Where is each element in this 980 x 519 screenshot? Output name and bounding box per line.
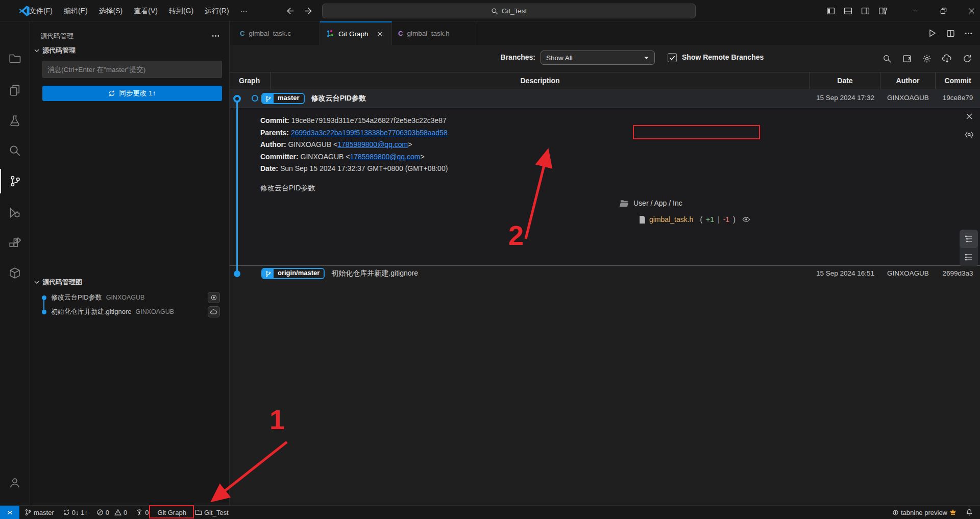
- scm-commit-message: 初始化仓库并新建.gitignore: [51, 307, 131, 316]
- file-tree-file-row[interactable]: gimbal_task.h ( +1 | -1 ): [633, 212, 760, 227]
- more-actions-icon[interactable]: [211, 32, 220, 40]
- search-value: Git_Test: [502, 7, 527, 15]
- sync-changes-button[interactable]: 同步更改 1↑: [42, 86, 222, 101]
- workspace-status-item[interactable]: Git_Test: [194, 506, 230, 519]
- commit-message: 初始化仓库并新建.gitignore: [331, 269, 418, 278]
- column-date: Date: [810, 72, 880, 90]
- ports-status-item[interactable]: 0: [135, 506, 150, 519]
- menu-file[interactable]: 文件(F): [23, 4, 58, 18]
- branch-badge-origin-master[interactable]: origin/master: [261, 268, 325, 279]
- search-sidebar-icon[interactable]: [0, 138, 30, 163]
- scm-graph-row-1[interactable]: 修改云台PID参数 GINXOAGUB: [30, 290, 230, 305]
- nav-forward-icon[interactable]: [302, 4, 316, 17]
- extensions-icon[interactable]: [0, 231, 30, 256]
- tab-git-graph[interactable]: Git Graph: [320, 21, 392, 45]
- tree-view-icon[interactable]: [960, 230, 978, 248]
- settings-icon[interactable]: [922, 54, 932, 63]
- tabnine-status-item[interactable]: tabnine preview: [891, 506, 958, 519]
- menu-view[interactable]: 查看(V): [128, 4, 163, 18]
- graph-commit-node-2[interactable]: [234, 270, 240, 277]
- sync-button-label: 同步更改 1↑: [119, 89, 156, 98]
- error-icon: [96, 509, 104, 516]
- checkout-target-icon[interactable]: [208, 292, 220, 303]
- search-icon: [491, 8, 498, 15]
- file-tree-folder[interactable]: User / App / Inc: [620, 199, 682, 207]
- find-icon[interactable]: [883, 54, 892, 63]
- problems-status-item[interactable]: 0 0: [95, 506, 128, 519]
- committer-email-link[interactable]: 1785989800@qq.com: [350, 153, 420, 161]
- source-control-icon[interactable]: [0, 169, 30, 193]
- terminal-icon[interactable]: [902, 54, 912, 63]
- commit-row-master[interactable]: master 修改云台PID参数 15 Sep 2024 17:32 GINXO…: [230, 89, 980, 108]
- package-icon[interactable]: [0, 261, 30, 285]
- split-editor-icon[interactable]: [946, 29, 955, 38]
- list-view-icon[interactable]: [960, 248, 978, 266]
- git-graph-status-item[interactable]: Git Graph: [157, 506, 187, 519]
- command-center-search[interactable]: Git_Test: [322, 4, 696, 18]
- graph-branch-line: [236, 98, 238, 274]
- branch-name: master: [274, 93, 304, 104]
- remote-indicator[interactable]: [0, 506, 19, 519]
- close-details-icon[interactable]: [963, 110, 975, 122]
- files-icon[interactable]: [0, 78, 30, 103]
- toggle-secondary-sidebar-icon[interactable]: [856, 0, 874, 21]
- customize-layout-icon[interactable]: [874, 0, 891, 21]
- parent-hash-link[interactable]: 2699d3a3c22ba199f513838be7706303b58aad58: [291, 129, 448, 137]
- scm-section-header[interactable]: 源代码管理: [33, 46, 76, 55]
- branch-status-item[interactable]: master: [23, 506, 55, 519]
- beaker-icon[interactable]: [0, 109, 30, 133]
- toggle-panel-icon[interactable]: [839, 0, 856, 21]
- menu-edit[interactable]: 编辑(E): [58, 4, 93, 18]
- run-file-icon[interactable]: [928, 29, 937, 38]
- detail-committer: GINXOAGUB <: [301, 153, 350, 161]
- menu-go[interactable]: 转到(G): [163, 4, 199, 18]
- commit-hash: 19ce8e79: [936, 94, 980, 102]
- chevron-down-icon: [644, 55, 649, 61]
- git-graph-table-header: Graph Description Date Author Commit: [230, 72, 980, 89]
- nav-back-icon[interactable]: [282, 4, 297, 17]
- show-remote-label[interactable]: Show Remote Branches: [682, 53, 764, 61]
- sync-status-item[interactable]: 0↓ 1↑: [62, 506, 89, 519]
- title-bar: 文件(F) 编辑(E) 选择(S) 查看(V) 转到(G) 运行(R) ··· …: [0, 0, 980, 21]
- commit-details-text: Commit: 19ce8e79193d311e7154a26827f2e5e3…: [260, 115, 448, 175]
- column-author: Author: [880, 72, 936, 90]
- deletions-count: -1: [723, 215, 729, 224]
- status-bar-right: tabnine preview: [891, 506, 974, 519]
- vscode-window: { "titlebar": { "menus": ["文件(F)", "编辑(E…: [0, 0, 980, 519]
- author-email-link[interactable]: 1785989800@qq.com: [337, 140, 408, 149]
- commit-full-message: 修改云台PID参数: [260, 184, 315, 193]
- menu-selection[interactable]: 选择(S): [93, 4, 129, 18]
- close-tab-icon[interactable]: [376, 29, 385, 38]
- commit-row-origin-master[interactable]: origin/master 初始化仓库并新建.gitignore 15 Sep …: [230, 266, 980, 282]
- run-debug-icon[interactable]: [0, 201, 30, 225]
- close-window-button[interactable]: [958, 0, 980, 21]
- show-remote-checkbox[interactable]: [668, 53, 677, 62]
- branch-badge-master[interactable]: master: [261, 93, 305, 104]
- folder-icon[interactable]: [0, 46, 30, 71]
- branches-dropdown[interactable]: Show All: [541, 51, 655, 65]
- eye-icon[interactable]: [742, 215, 750, 224]
- scm-graph-row-2[interactable]: 初始化仓库并新建.gitignore GINXOAGUB: [30, 305, 230, 319]
- scm-graph-section-header[interactable]: 源代码管理图: [33, 278, 82, 287]
- commit-message-input[interactable]: [42, 61, 222, 78]
- column-graph: Graph: [230, 72, 271, 90]
- tab-gimbal-task-h[interactable]: C gimbal_task.h: [392, 21, 476, 45]
- account-icon[interactable]: [0, 471, 30, 495]
- minimize-button[interactable]: [901, 0, 929, 21]
- tab-gimbal-task-c[interactable]: C gimbal_task.c: [234, 21, 320, 45]
- code-review-icon[interactable]: [963, 129, 975, 141]
- menu-run[interactable]: 运行(R): [199, 4, 234, 18]
- detail-label: Date:: [260, 164, 280, 172]
- refresh-icon[interactable]: [963, 54, 972, 63]
- branches-label: Branches:: [494, 53, 535, 61]
- detail-committer-close: >: [420, 153, 424, 161]
- restore-button[interactable]: [929, 0, 958, 21]
- fetch-cloud-icon[interactable]: [942, 54, 952, 63]
- toggle-sidebar-icon[interactable]: [822, 0, 839, 21]
- more-actions-icon[interactable]: [964, 29, 973, 38]
- cloud-icon[interactable]: [208, 306, 220, 317]
- notifications-bell-icon[interactable]: [965, 506, 974, 519]
- scm-commit-message: 修改云台PID参数: [51, 293, 102, 302]
- menu-more[interactable]: ···: [235, 4, 253, 18]
- graph-commit-node-1[interactable]: [233, 95, 241, 103]
